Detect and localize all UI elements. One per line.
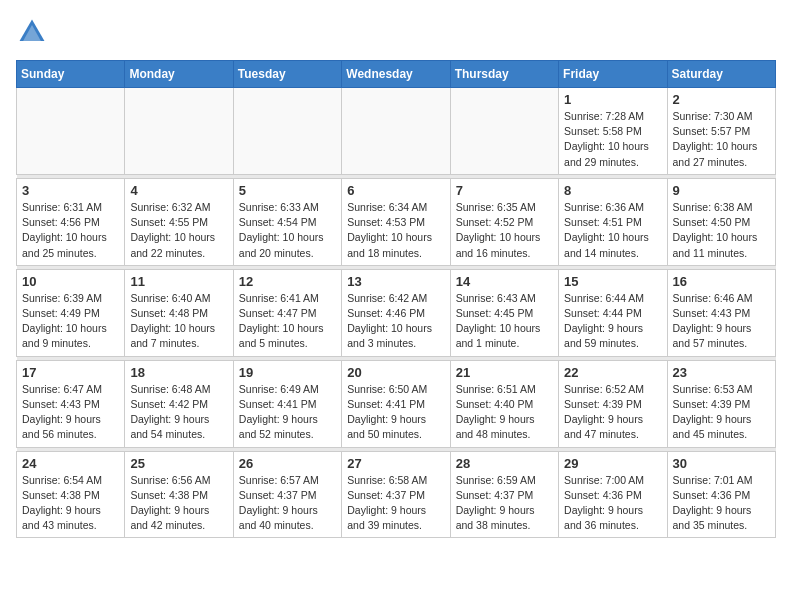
day-info: Sunrise: 6:50 AM Sunset: 4:41 PM Dayligh… [347,382,444,443]
calendar-cell: 15Sunrise: 6:44 AM Sunset: 4:44 PM Dayli… [559,269,667,356]
calendar-header-sunday: Sunday [17,61,125,88]
calendar-cell: 17Sunrise: 6:47 AM Sunset: 4:43 PM Dayli… [17,360,125,447]
day-number: 19 [239,365,336,380]
calendar-header-monday: Monday [125,61,233,88]
day-number: 18 [130,365,227,380]
day-info: Sunrise: 6:56 AM Sunset: 4:38 PM Dayligh… [130,473,227,534]
day-number: 16 [673,274,770,289]
calendar-cell: 25Sunrise: 6:56 AM Sunset: 4:38 PM Dayli… [125,451,233,538]
day-info: Sunrise: 6:48 AM Sunset: 4:42 PM Dayligh… [130,382,227,443]
day-info: Sunrise: 6:35 AM Sunset: 4:52 PM Dayligh… [456,200,553,261]
calendar-cell: 29Sunrise: 7:00 AM Sunset: 4:36 PM Dayli… [559,451,667,538]
calendar-cell: 7Sunrise: 6:35 AM Sunset: 4:52 PM Daylig… [450,178,558,265]
day-info: Sunrise: 6:47 AM Sunset: 4:43 PM Dayligh… [22,382,119,443]
day-info: Sunrise: 7:28 AM Sunset: 5:58 PM Dayligh… [564,109,661,170]
calendar-cell: 21Sunrise: 6:51 AM Sunset: 4:40 PM Dayli… [450,360,558,447]
day-info: Sunrise: 6:40 AM Sunset: 4:48 PM Dayligh… [130,291,227,352]
calendar-week-row: 1Sunrise: 7:28 AM Sunset: 5:58 PM Daylig… [17,88,776,175]
day-number: 6 [347,183,444,198]
calendar-cell: 19Sunrise: 6:49 AM Sunset: 4:41 PM Dayli… [233,360,341,447]
day-number: 29 [564,456,661,471]
day-info: Sunrise: 6:43 AM Sunset: 4:45 PM Dayligh… [456,291,553,352]
day-info: Sunrise: 6:49 AM Sunset: 4:41 PM Dayligh… [239,382,336,443]
calendar-header-thursday: Thursday [450,61,558,88]
day-info: Sunrise: 6:58 AM Sunset: 4:37 PM Dayligh… [347,473,444,534]
day-number: 5 [239,183,336,198]
day-number: 27 [347,456,444,471]
calendar-header-row: SundayMondayTuesdayWednesdayThursdayFrid… [17,61,776,88]
day-info: Sunrise: 6:52 AM Sunset: 4:39 PM Dayligh… [564,382,661,443]
day-number: 21 [456,365,553,380]
day-info: Sunrise: 6:34 AM Sunset: 4:53 PM Dayligh… [347,200,444,261]
calendar-week-row: 3Sunrise: 6:31 AM Sunset: 4:56 PM Daylig… [17,178,776,265]
calendar-cell: 28Sunrise: 6:59 AM Sunset: 4:37 PM Dayli… [450,451,558,538]
calendar-cell [17,88,125,175]
calendar-week-row: 17Sunrise: 6:47 AM Sunset: 4:43 PM Dayli… [17,360,776,447]
day-info: Sunrise: 6:38 AM Sunset: 4:50 PM Dayligh… [673,200,770,261]
day-number: 24 [22,456,119,471]
day-number: 7 [456,183,553,198]
day-number: 20 [347,365,444,380]
day-info: Sunrise: 6:41 AM Sunset: 4:47 PM Dayligh… [239,291,336,352]
calendar-cell: 16Sunrise: 6:46 AM Sunset: 4:43 PM Dayli… [667,269,775,356]
day-number: 8 [564,183,661,198]
day-number: 22 [564,365,661,380]
calendar-cell: 22Sunrise: 6:52 AM Sunset: 4:39 PM Dayli… [559,360,667,447]
page-header [16,16,776,48]
day-info: Sunrise: 6:54 AM Sunset: 4:38 PM Dayligh… [22,473,119,534]
day-number: 23 [673,365,770,380]
day-info: Sunrise: 6:59 AM Sunset: 4:37 PM Dayligh… [456,473,553,534]
day-number: 3 [22,183,119,198]
day-number: 30 [673,456,770,471]
day-number: 14 [456,274,553,289]
calendar-cell: 4Sunrise: 6:32 AM Sunset: 4:55 PM Daylig… [125,178,233,265]
calendar-cell: 9Sunrise: 6:38 AM Sunset: 4:50 PM Daylig… [667,178,775,265]
calendar-cell: 26Sunrise: 6:57 AM Sunset: 4:37 PM Dayli… [233,451,341,538]
calendar-header-wednesday: Wednesday [342,61,450,88]
logo [16,16,52,48]
calendar-cell: 18Sunrise: 6:48 AM Sunset: 4:42 PM Dayli… [125,360,233,447]
day-number: 10 [22,274,119,289]
calendar-header-tuesday: Tuesday [233,61,341,88]
day-number: 2 [673,92,770,107]
day-info: Sunrise: 7:30 AM Sunset: 5:57 PM Dayligh… [673,109,770,170]
day-number: 17 [22,365,119,380]
calendar-cell: 14Sunrise: 6:43 AM Sunset: 4:45 PM Dayli… [450,269,558,356]
calendar-cell [450,88,558,175]
day-info: Sunrise: 6:31 AM Sunset: 4:56 PM Dayligh… [22,200,119,261]
day-info: Sunrise: 6:51 AM Sunset: 4:40 PM Dayligh… [456,382,553,443]
calendar-cell: 24Sunrise: 6:54 AM Sunset: 4:38 PM Dayli… [17,451,125,538]
calendar-cell: 13Sunrise: 6:42 AM Sunset: 4:46 PM Dayli… [342,269,450,356]
day-number: 13 [347,274,444,289]
calendar-cell: 23Sunrise: 6:53 AM Sunset: 4:39 PM Dayli… [667,360,775,447]
logo-icon [16,16,48,48]
calendar-cell: 8Sunrise: 6:36 AM Sunset: 4:51 PM Daylig… [559,178,667,265]
day-info: Sunrise: 6:53 AM Sunset: 4:39 PM Dayligh… [673,382,770,443]
calendar-cell: 3Sunrise: 6:31 AM Sunset: 4:56 PM Daylig… [17,178,125,265]
calendar-cell: 5Sunrise: 6:33 AM Sunset: 4:54 PM Daylig… [233,178,341,265]
day-info: Sunrise: 6:42 AM Sunset: 4:46 PM Dayligh… [347,291,444,352]
day-info: Sunrise: 6:39 AM Sunset: 4:49 PM Dayligh… [22,291,119,352]
day-number: 4 [130,183,227,198]
day-info: Sunrise: 7:01 AM Sunset: 4:36 PM Dayligh… [673,473,770,534]
calendar-cell: 2Sunrise: 7:30 AM Sunset: 5:57 PM Daylig… [667,88,775,175]
calendar-cell: 30Sunrise: 7:01 AM Sunset: 4:36 PM Dayli… [667,451,775,538]
calendar-cell: 6Sunrise: 6:34 AM Sunset: 4:53 PM Daylig… [342,178,450,265]
calendar-week-row: 24Sunrise: 6:54 AM Sunset: 4:38 PM Dayli… [17,451,776,538]
day-number: 12 [239,274,336,289]
day-info: Sunrise: 6:44 AM Sunset: 4:44 PM Dayligh… [564,291,661,352]
day-number: 28 [456,456,553,471]
day-info: Sunrise: 6:57 AM Sunset: 4:37 PM Dayligh… [239,473,336,534]
calendar-cell: 12Sunrise: 6:41 AM Sunset: 4:47 PM Dayli… [233,269,341,356]
day-number: 9 [673,183,770,198]
calendar-cell: 11Sunrise: 6:40 AM Sunset: 4:48 PM Dayli… [125,269,233,356]
day-info: Sunrise: 6:33 AM Sunset: 4:54 PM Dayligh… [239,200,336,261]
calendar-cell: 20Sunrise: 6:50 AM Sunset: 4:41 PM Dayli… [342,360,450,447]
calendar-cell: 1Sunrise: 7:28 AM Sunset: 5:58 PM Daylig… [559,88,667,175]
calendar-table: SundayMondayTuesdayWednesdayThursdayFrid… [16,60,776,538]
day-info: Sunrise: 6:36 AM Sunset: 4:51 PM Dayligh… [564,200,661,261]
day-number: 26 [239,456,336,471]
calendar-cell: 27Sunrise: 6:58 AM Sunset: 4:37 PM Dayli… [342,451,450,538]
day-number: 11 [130,274,227,289]
day-info: Sunrise: 6:46 AM Sunset: 4:43 PM Dayligh… [673,291,770,352]
